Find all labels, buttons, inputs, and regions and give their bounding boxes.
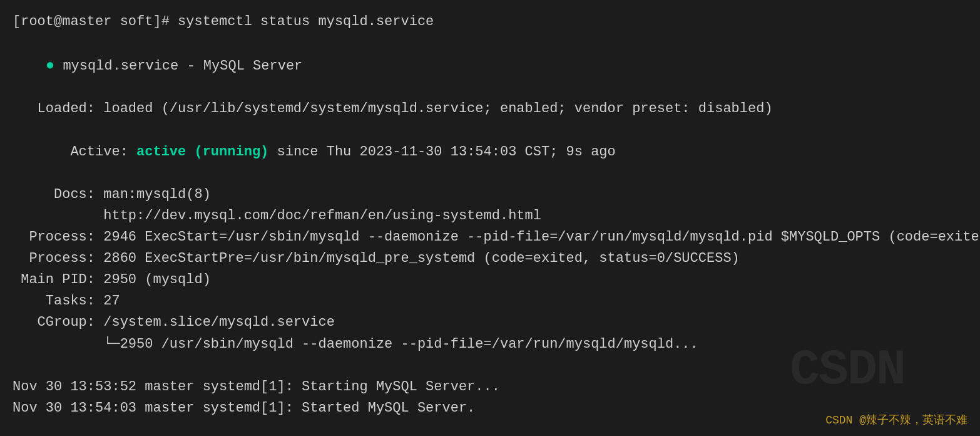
docs-line1: Docs: man:mysqld(8) <box>13 184 967 205</box>
service-header-line: ● mysqld.service - MySQL Server <box>13 33 967 98</box>
process-line1: Process: 2946 ExecStart=/usr/sbin/mysqld… <box>13 227 967 248</box>
service-name-text: mysqld.service - MySQL Server <box>54 58 302 74</box>
status-dot: ● <box>46 57 54 74</box>
blank-line <box>13 355 967 376</box>
cgroup-line: CGroup: /system.slice/mysqld.service <box>13 312 967 333</box>
active-running-badge: active (running) <box>136 144 268 160</box>
main-pid-line: Main PID: 2950 (mysqld) <box>13 269 967 291</box>
tasks-line: Tasks: 27 <box>13 291 967 312</box>
command-line: [root@master soft]# systemctl status mys… <box>13 11 967 33</box>
log-line-1: Nov 30 13:53:52 master systemd[1]: Start… <box>13 376 967 398</box>
active-suffix: since Thu 2023-11-30 13:54:03 CST; 9s ag… <box>268 144 616 160</box>
terminal-window: [root@master soft]# systemctl status mys… <box>0 0 980 436</box>
loaded-line: Loaded: loaded (/usr/lib/systemd/system/… <box>13 98 967 120</box>
docs-line2: http://dev.mysql.com/doc/refman/en/using… <box>13 205 967 227</box>
active-prefix: Active: <box>46 144 136 160</box>
active-line: Active: active (running) since Thu 2023-… <box>13 120 967 184</box>
csdn-label: CSDN @辣子不辣，英语不难 <box>825 412 967 427</box>
process-line2: Process: 2860 ExecStartPre=/usr/bin/mysq… <box>13 248 967 269</box>
log-line-2: Nov 30 13:54:03 master systemd[1]: Start… <box>13 398 967 419</box>
cgroup-sub-line: └─2950 /usr/sbin/mysqld --daemonize --pi… <box>13 334 967 355</box>
